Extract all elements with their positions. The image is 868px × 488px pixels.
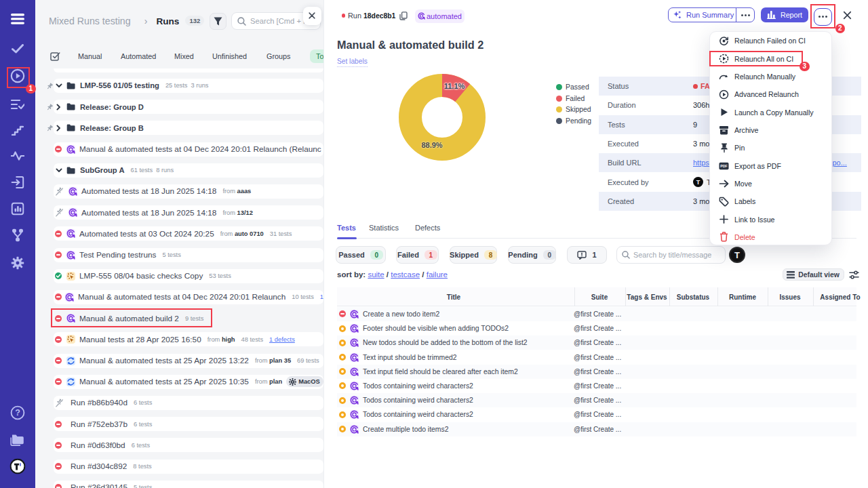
svg-text:PDF: PDF (720, 164, 728, 168)
svg-text:?: ? (15, 408, 20, 418)
